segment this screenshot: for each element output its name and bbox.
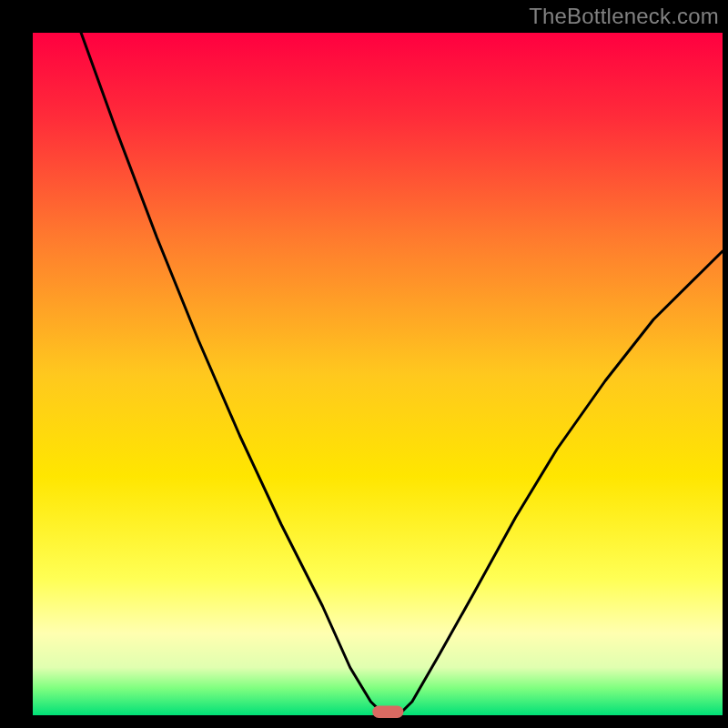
chart-frame: TheBottleneck.com [0,0,728,728]
plot-background [33,33,723,715]
bottleneck-chart [0,0,728,728]
optimum-marker [372,706,403,719]
watermark-text: TheBottleneck.com [529,4,719,29]
